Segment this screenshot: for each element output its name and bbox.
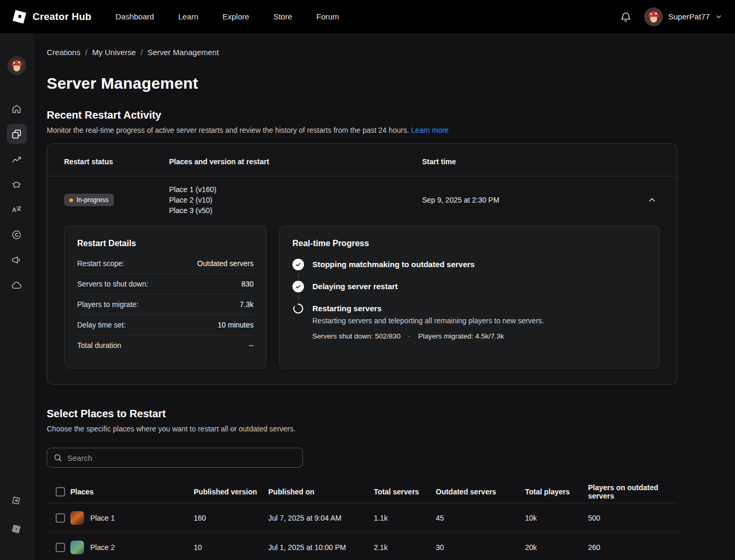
restart-activity-description-text: Monitor the real-time progress of active…	[47, 126, 409, 134]
realtime-progress-title: Real-time Progress	[292, 239, 647, 248]
place-version: Place 2 (v10)	[169, 195, 422, 205]
main-content: Creations / My Universe / Server Managem…	[34, 33, 735, 560]
breadcrumb-server-management[interactable]: Server Management	[148, 48, 219, 57]
detail-value: 7.3k	[240, 300, 254, 309]
sidebar-item-open-cloud[interactable]	[7, 275, 27, 295]
brand-title: Creator Hub	[33, 11, 91, 23]
detail-row: Servers to shut down: 830	[77, 274, 254, 294]
place-version: Place 1 (v160)	[169, 184, 422, 195]
translate-icon	[11, 204, 22, 215]
user-menu[interactable]: SuperPat77	[644, 7, 722, 26]
column-total-players: Total players	[525, 488, 588, 496]
step-title: Stopping matchmaking to outdated servers	[312, 260, 475, 269]
stat-players-migrated: Players migrated: 4.5k/7.3k	[418, 332, 504, 340]
step-connector	[298, 272, 299, 279]
places-table-header: Places Published version Published on To…	[47, 480, 677, 503]
cell-outdated-servers: 30	[436, 543, 525, 552]
restart-details-title: Restart Details	[77, 239, 254, 248]
nav-explore[interactable]: Explore	[223, 12, 249, 21]
home-icon	[11, 103, 22, 114]
collapse-row-button[interactable]	[644, 192, 660, 208]
detail-value: 10 minutes	[218, 321, 254, 329]
select-places-description: Choose the specific places where you wan…	[47, 425, 677, 433]
cell-published-on: Jul 7, 2025 at 9:04 AM	[268, 514, 374, 522]
detail-value: 830	[242, 280, 254, 288]
nav-forum[interactable]: Forum	[316, 12, 339, 21]
column-start-time: Start time	[422, 157, 639, 166]
table-row: Place 1 160 Jul 7, 2025 at 9:04 AM 1.1k …	[47, 503, 677, 533]
sidebar-item-studio[interactable]	[7, 491, 27, 511]
restart-activity-table-header: Restart status Places and version at res…	[47, 144, 677, 176]
progress-step: Stopping matchmaking to outdated servers	[292, 259, 647, 281]
search-icon	[53, 453, 62, 462]
breadcrumb: Creations / My Universe / Server Managem…	[47, 48, 677, 57]
restart-details-card: Restart Details Restart scope: Outdated …	[64, 226, 267, 368]
top-navbar: Creator Hub Dashboard Learn Explore Stor…	[0, 0, 735, 33]
detail-row: Players to migrate: 7.3k	[77, 294, 254, 315]
bell-icon	[620, 11, 632, 23]
breadcrumb-creations[interactable]: Creations	[47, 48, 80, 57]
progress-step: Restarting servers Restarting servers an…	[292, 303, 647, 340]
breadcrumb-my-universe[interactable]: My Universe	[92, 48, 135, 57]
detail-value: Outdated servers	[197, 259, 254, 268]
breadcrumb-separator: /	[141, 48, 143, 57]
place-thumbnail	[70, 541, 84, 554]
step-title: Restarting servers	[312, 304, 544, 313]
column-places-version: Places and version at restart	[169, 157, 422, 166]
nav-learn[interactable]: Learn	[178, 12, 198, 21]
select-all-checkbox[interactable]	[56, 487, 65, 496]
sidebar-item-roblox[interactable]	[7, 519, 27, 539]
sidebar-bottom	[7, 491, 27, 539]
notifications-button[interactable]	[618, 9, 634, 25]
detail-label: Restart scope:	[77, 259, 124, 268]
restart-row[interactable]: In-progress Place 1 (v160) Place 2 (v10)…	[47, 176, 677, 221]
status-badge: In-progress	[64, 194, 114, 206]
restart-status-cell: In-progress	[64, 194, 169, 206]
sidebar-item-localization[interactable]	[7, 199, 27, 219]
places-table: Places Published version Published on To…	[47, 480, 677, 560]
restart-activity-description: Monitor the real-time progress of active…	[47, 126, 677, 134]
cell-total-players: 20k	[525, 543, 588, 552]
chevron-up-icon	[647, 195, 657, 205]
sidebar-nav	[7, 99, 27, 295]
sidebar-item-analytics[interactable]	[7, 149, 27, 169]
sidebar	[0, 33, 34, 560]
user-avatar	[644, 7, 663, 26]
learn-more-link[interactable]: Learn more	[411, 126, 449, 134]
search-input[interactable]	[47, 448, 303, 468]
piggy-bank-icon	[11, 179, 22, 190]
detail-row: Delay time set: 10 minutes	[77, 315, 254, 335]
sidebar-item-home[interactable]	[7, 99, 27, 119]
username: SuperPat77	[668, 12, 710, 21]
place-thumbnail	[70, 511, 84, 525]
sidebar-avatar[interactable]	[7, 56, 26, 75]
page-layout: Creations / My Universe / Server Managem…	[0, 33, 735, 560]
table-row: Place 2 10 Jul 1, 2025 at 10:00 PM 2.1k …	[47, 533, 677, 560]
brand[interactable]: Creator Hub	[13, 10, 91, 24]
cell-outdated-servers: 45	[436, 514, 525, 522]
sidebar-item-promotion[interactable]	[7, 250, 27, 270]
detail-label: Players to migrate:	[77, 300, 139, 309]
detail-label: Servers to shut down:	[77, 280, 148, 288]
chevron-down-icon	[715, 13, 722, 20]
step-description: Restarting servers and teleporting all r…	[312, 316, 544, 325]
sidebar-item-copyright[interactable]	[7, 225, 27, 245]
megaphone-icon	[11, 255, 22, 266]
nav-store[interactable]: Store	[274, 12, 292, 21]
nav-dashboard[interactable]: Dashboard	[116, 12, 154, 21]
detail-value: --	[249, 341, 254, 350]
restart-details-rows: Restart scope: Outdated servers Servers …	[77, 253, 254, 355]
step-stats: Servers shut down: 502/830 · Players mig…	[312, 332, 544, 340]
sidebar-item-monetization[interactable]	[7, 174, 27, 194]
sidebar-item-creations[interactable]	[7, 124, 27, 144]
restart-start-time: Sep 9, 2025 at 2:30 PM	[422, 196, 639, 204]
cell-total-servers: 1.1k	[374, 514, 436, 522]
roblox-logo-icon	[13, 10, 26, 24]
row-checkbox[interactable]	[56, 543, 65, 552]
page-title: Server Management	[47, 75, 677, 92]
row-checkbox[interactable]	[56, 513, 65, 523]
select-places-heading: Select Places to Restart	[47, 408, 677, 420]
cell-published-version: 160	[194, 514, 268, 522]
step-connector	[298, 294, 299, 301]
detail-label: Delay time set:	[77, 321, 126, 329]
